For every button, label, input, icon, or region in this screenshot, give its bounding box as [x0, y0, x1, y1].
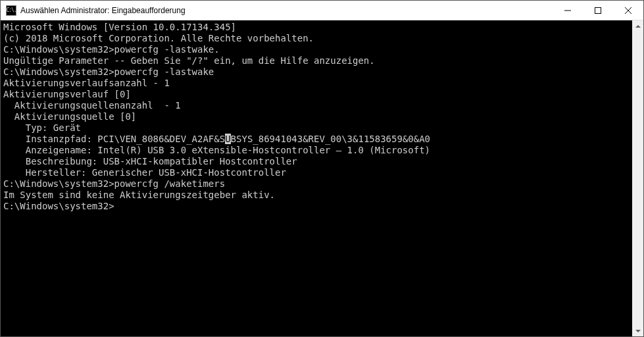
minimize-button[interactable] [553, 1, 583, 20]
terminal-line: C:\Windows\system32>powercfg -lastwake [3, 66, 632, 78]
chevron-down-icon [635, 328, 641, 334]
terminal-line: Typ: Gerät [3, 122, 632, 134]
close-icon [625, 7, 632, 14]
terminal-line: Microsoft Windows [Version 10.0.17134.34… [3, 22, 632, 33]
terminal-line: Beschreibung: USB-xHCI-kompatibler Hostc… [3, 156, 632, 167]
titlebar-buttons [553, 1, 643, 20]
terminal-output[interactable]: Microsoft Windows [Version 10.0.17134.34… [1, 20, 632, 336]
cmd-icon-text: C:\. [6, 8, 16, 13]
window-title: Auswählen Administrator: Eingabeaufforde… [20, 6, 553, 15]
maximize-icon [595, 7, 601, 14]
titlebar[interactable]: C:\. Auswählen Administrator: Eingabeauf… [1, 1, 643, 20]
terminal-line: C:\Windows\system32>powercfg -lastwake. [3, 44, 632, 55]
scroll-down-button[interactable] [632, 325, 643, 336]
terminal-line: Anzeigename: Intel(R) USB 3.0 eXtensible… [3, 145, 632, 156]
scroll-track[interactable] [632, 32, 643, 325]
terminal-line: Im System sind keine Aktivierungszeitgeb… [3, 190, 632, 201]
terminal-line: (c) 2018 Microsoft Corporation. Alle Rec… [3, 33, 632, 44]
client-area: Microsoft Windows [Version 10.0.17134.34… [1, 20, 643, 336]
terminal-line: Instanzpfad: PCI\VEN_8086&DEV_A2AF&SUBSY… [3, 134, 632, 145]
chevron-up-icon [635, 24, 641, 29]
terminal-line: C:\Windows\system32> [3, 201, 632, 212]
scroll-up-button[interactable] [632, 20, 643, 32]
window-frame: C:\. Auswählen Administrator: Eingabeauf… [0, 0, 644, 337]
maximize-button[interactable] [583, 1, 613, 20]
terminal-line: Aktivierungsquellenanzahl - 1 [3, 100, 632, 111]
terminal-line: Ungültige Parameter -- Geben Sie "/?" ei… [3, 55, 632, 66]
vertical-scrollbar[interactable] [632, 20, 643, 336]
terminal-line: C:\Windows\system32>powercfg /waketimers [3, 178, 632, 190]
terminal-line: Aktivierungsverlauf [0] [3, 89, 632, 100]
terminal-line: Aktivierungsverlaufsanzahl - 1 [3, 78, 632, 89]
text-selection: U [225, 134, 230, 144]
minimize-icon [564, 7, 571, 14]
terminal-line: Aktivierungsquelle [0] [3, 111, 632, 122]
cmd-icon: C:\. [6, 5, 16, 16]
terminal-line: Hersteller: Generischer USB-xHCI-Hostcon… [3, 167, 632, 178]
svg-rect-0 [595, 7, 601, 13]
close-button[interactable] [613, 1, 643, 20]
